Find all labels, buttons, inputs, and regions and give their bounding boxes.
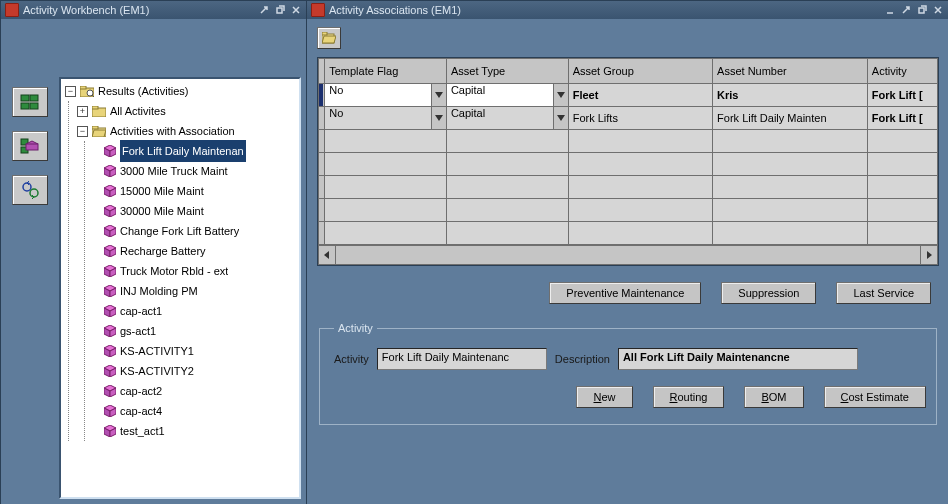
folder-assoc-label[interactable]: Activities with Association — [110, 121, 235, 141]
empty-cell[interactable] — [713, 130, 867, 152]
tree-item[interactable]: KS-ACTIVITY1 — [93, 341, 299, 361]
empty-cell[interactable] — [868, 130, 938, 152]
chevron-down-icon[interactable] — [553, 107, 568, 129]
last-service-button[interactable]: Last Service — [836, 282, 931, 304]
horizontal-scrollbar[interactable] — [318, 245, 938, 265]
empty-cell[interactable] — [325, 176, 446, 198]
restore-icon[interactable] — [915, 4, 929, 16]
empty-cell[interactable] — [569, 222, 713, 244]
column-header[interactable]: Template Flag — [325, 59, 447, 84]
table-row[interactable] — [319, 222, 938, 245]
toggle-icon[interactable]: − — [77, 126, 88, 137]
activity-panel: Activity Activity Fork Lift Daily Mainte… — [319, 322, 937, 425]
column-header[interactable]: Activity — [867, 59, 937, 84]
collapse-icon[interactable] — [899, 4, 913, 16]
column-header[interactable]: Asset Type — [446, 59, 568, 84]
empty-cell[interactable] — [325, 199, 446, 221]
refresh-button[interactable] — [12, 175, 48, 205]
empty-cell[interactable] — [325, 153, 446, 175]
close-icon[interactable] — [289, 4, 303, 16]
empty-cell[interactable] — [447, 176, 568, 198]
empty-cell[interactable] — [325, 130, 446, 152]
empty-cell[interactable] — [713, 153, 867, 175]
assoc-titlebar[interactable]: Activity Associations (EM1) — [307, 1, 948, 19]
tree-item[interactable]: KS-ACTIVITY2 — [93, 361, 299, 381]
table-row[interactable]: NoCapitalFork LiftsFork Lift Daily Maint… — [319, 107, 938, 130]
tree-item[interactable]: gs-act1 — [93, 321, 299, 341]
combo-cell[interactable]: Capital — [447, 84, 568, 106]
tree-item[interactable]: 3000 Mile Truck Maint — [93, 161, 299, 181]
empty-cell[interactable] — [868, 222, 938, 244]
scroll-left-icon[interactable] — [319, 246, 336, 264]
tree-item[interactable]: Change Fork Lift Battery — [93, 221, 299, 241]
empty-cell[interactable] — [447, 153, 568, 175]
bom-button[interactable]: BOM — [744, 386, 803, 408]
chevron-down-icon[interactable] — [431, 84, 446, 106]
empty-cell[interactable] — [868, 199, 938, 221]
text-cell[interactable]: Fork Lift Daily Mainten — [713, 107, 867, 129]
table-row[interactable] — [319, 199, 938, 222]
cost-estimate-button[interactable]: Cost Estimate — [824, 386, 926, 408]
tree-item-label: test_act1 — [120, 421, 165, 441]
open-folder-button[interactable] — [317, 27, 341, 49]
text-cell[interactable]: Kris — [713, 84, 867, 106]
empty-cell[interactable] — [447, 130, 568, 152]
text-cell[interactable]: Fork Lift [ — [868, 107, 938, 129]
empty-cell[interactable] — [713, 222, 867, 244]
text-cell[interactable]: Fork Lifts — [569, 107, 713, 129]
table-row[interactable] — [319, 176, 938, 199]
table-row[interactable] — [319, 153, 938, 176]
toggle-icon[interactable]: + — [77, 106, 88, 117]
empty-cell[interactable] — [868, 176, 938, 198]
minimize-icon[interactable] — [883, 4, 897, 16]
table-row[interactable]: NoCapitalFleetKrisFork Lift [ — [319, 84, 938, 107]
tree-item[interactable]: 30000 Mile Maint — [93, 201, 299, 221]
scroll-right-icon[interactable] — [920, 246, 937, 264]
tree-item[interactable]: INJ Molding PM — [93, 281, 299, 301]
tree-item[interactable]: Truck Motor Rbld - ext — [93, 261, 299, 281]
description-field[interactable]: All Fork Lift Daily Maintenancne — [618, 348, 858, 370]
workbench-titlebar[interactable]: Activity Workbench (EM1) — [1, 1, 307, 19]
routing-button[interactable]: Routing — [653, 386, 725, 408]
activity-field[interactable]: Fork Lift Daily Maintenanc — [377, 348, 547, 370]
restore-icon[interactable] — [273, 4, 287, 16]
tree-item[interactable]: cap-act2 — [93, 381, 299, 401]
tree-item[interactable]: Fork Lift Daily Maintenan — [93, 141, 299, 161]
empty-cell[interactable] — [569, 153, 713, 175]
empty-cell[interactable] — [713, 199, 867, 221]
column-header[interactable]: Asset Number — [713, 59, 868, 84]
empty-cell[interactable] — [447, 199, 568, 221]
associations-grid[interactable]: Template FlagAsset TypeAsset GroupAsset … — [317, 57, 939, 266]
preventive-maintenance-button[interactable]: Preventive Maintenance — [549, 282, 701, 304]
empty-cell[interactable] — [569, 130, 713, 152]
combo-cell[interactable]: Capital — [447, 107, 568, 129]
close-icon[interactable] — [931, 4, 945, 16]
combo-cell[interactable]: No — [325, 107, 446, 129]
tree-item[interactable]: Recharge Battery — [93, 241, 299, 261]
chevron-down-icon[interactable] — [553, 84, 568, 106]
empty-cell[interactable] — [325, 222, 446, 244]
association-view-button[interactable] — [12, 131, 48, 161]
empty-cell[interactable] — [868, 153, 938, 175]
text-cell[interactable]: Fleet — [569, 84, 713, 106]
new-button[interactable]: New — [576, 386, 632, 408]
empty-cell[interactable] — [569, 199, 713, 221]
text-cell[interactable]: Fork Lift [ — [868, 84, 938, 106]
chevron-down-icon[interactable] — [431, 107, 446, 129]
combo-cell[interactable]: No — [325, 84, 446, 106]
toggle-icon[interactable]: − — [65, 86, 76, 97]
tree-item[interactable]: test_act1 — [93, 421, 299, 441]
activities-view-button[interactable] — [12, 87, 48, 117]
tree-item[interactable]: 15000 Mile Maint — [93, 181, 299, 201]
table-row[interactable] — [319, 130, 938, 153]
empty-cell[interactable] — [569, 176, 713, 198]
column-header[interactable]: Asset Group — [568, 59, 712, 84]
suppression-button[interactable]: Suppression — [721, 282, 816, 304]
tree-item[interactable]: cap-act1 — [93, 301, 299, 321]
folder-all-label[interactable]: All Activites — [110, 101, 166, 121]
tree-item[interactable]: cap-act4 — [93, 401, 299, 421]
activity-tree[interactable]: − Results (Activities) + All Activites − — [59, 77, 301, 499]
empty-cell[interactable] — [447, 222, 568, 244]
collapse-icon[interactable] — [257, 4, 271, 16]
empty-cell[interactable] — [713, 176, 867, 198]
